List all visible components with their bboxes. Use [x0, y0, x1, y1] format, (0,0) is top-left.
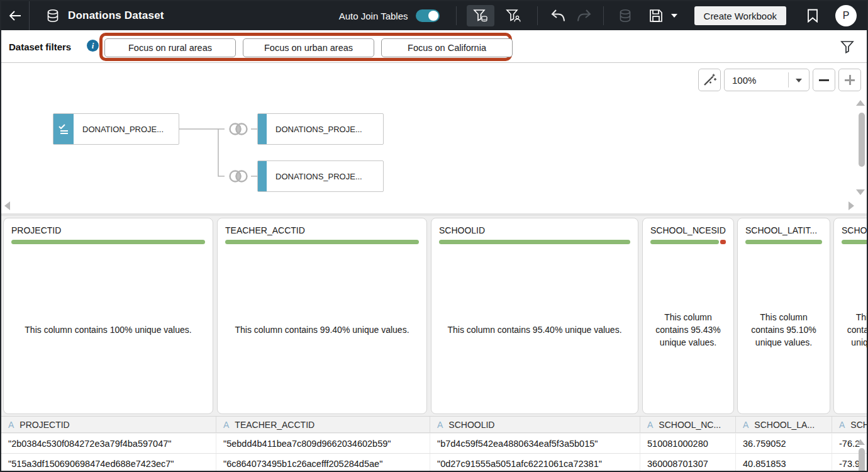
dataset-filter-bar: Dataset filters i Focus on rural areas F… — [1, 30, 867, 63]
scroll-up-arrow[interactable] — [856, 439, 865, 445]
quality-card-projectid[interactable]: PROJECTID This column contains 100% uniq… — [3, 218, 213, 414]
table-node-donations-projects-2[interactable]: DONATIONS_PROJE... — [257, 160, 384, 192]
table-header-row: APROJECTID ATEACHER_ACCTID ASCHOOLID ASC… — [1, 416, 867, 433]
cell: "b7d4c59f542ea4880634eaf5f3a5b015" — [430, 434, 640, 453]
quality-card-school-latitude[interactable]: SCHOOL_LATIT... This column contains 95.… — [737, 218, 830, 414]
header-divider — [537, 6, 538, 25]
table-node-label: DONATIONS_PROJE... — [275, 172, 362, 181]
table-row: "515a3df150690698474ed688e7423ec7" "6c86… — [1, 454, 867, 472]
join-venn-icon[interactable] — [225, 120, 252, 138]
save-button[interactable] — [648, 8, 664, 23]
minus-icon — [819, 79, 829, 81]
cell: "6c864073495b1c26acefff205284d5ae" — [216, 454, 430, 472]
quality-card-schoolid[interactable]: SCHOOLID This column contains 95.40% uni… — [431, 218, 638, 414]
cell: "5ebdd4b411bea7c809d9662034602b59" — [216, 434, 430, 453]
cell: "0d27c91555a5051afc6221061ca72381" — [430, 454, 640, 472]
quality-bar — [11, 240, 205, 244]
table-node-accent — [53, 114, 74, 144]
filter-icon[interactable] — [840, 40, 854, 53]
text-type-icon: A — [647, 420, 653, 430]
filter-chip-rural[interactable]: Focus on rural areas — [104, 38, 236, 57]
data-view-button[interactable] — [616, 9, 634, 23]
table-node-donations-projects-1[interactable]: DONATIONS_PROJE... — [257, 113, 384, 145]
quality-text: This column contains 99.40% unique value… — [223, 323, 421, 336]
quality-card-title: SCHOOL_NCESID — [650, 225, 726, 235]
quality-bar — [650, 240, 726, 244]
text-type-icon: A — [743, 420, 748, 430]
scroll-up-arrow[interactable] — [856, 100, 865, 106]
quality-text: This column contains 95.43% unique value… — [648, 310, 728, 349]
save-menu-caret[interactable] — [668, 13, 681, 18]
plus-icon — [845, 75, 855, 85]
column-header-school-ncesid[interactable]: ASCHOOL_NC... — [640, 417, 735, 432]
column-header-schoolid[interactable]: ASCHOOLID — [430, 417, 640, 432]
cell: 36.759052 — [735, 434, 832, 453]
quality-card-title: TEACHER_ACCTID — [225, 225, 419, 235]
create-workbook-button[interactable]: Create Workbook — [694, 6, 786, 25]
join-venn-icon[interactable] — [225, 167, 252, 186]
table-node-donation-projects[interactable]: DONATION_PROJE... — [53, 113, 179, 145]
dataset-icon — [46, 9, 60, 23]
text-type-icon: A — [223, 420, 229, 430]
dataset-filters-button[interactable] — [467, 5, 494, 26]
table-body: "2b0384c530f084272e3a79f4ba597047" "5ebd… — [1, 434, 867, 471]
checklist-icon — [57, 123, 70, 135]
app-window: Donations Dataset Auto Join Tables Creat… — [0, 0, 868, 472]
zoom-toolbar: 100% — [698, 69, 861, 91]
column-header-school-longitude[interactable]: ASCHOOL_LO... — [832, 417, 868, 432]
cell: "2b0384c530f084272e3a79f4ba597047" — [1, 434, 216, 453]
cell: 40.851853 — [735, 454, 832, 472]
auto-join-toggle[interactable] — [416, 9, 440, 22]
text-type-icon: A — [437, 420, 443, 430]
back-button[interactable] — [1, 1, 29, 30]
zoom-out-button[interactable] — [813, 69, 835, 91]
quality-card-title: SCHOOLID — [439, 225, 630, 235]
dataset-filters-label: Dataset filters — [9, 42, 71, 52]
quality-text: This column contains 95.40% unique value… — [437, 323, 633, 336]
quality-text: This column contains 100% unique values. — [9, 323, 208, 336]
column-header-teacher-acctid[interactable]: ATEACHER_ACCTID — [216, 417, 430, 432]
auto-layout-wand-button[interactable] — [698, 69, 721, 91]
bookmark-icon[interactable] — [805, 9, 820, 23]
quality-card-teacher-acctid[interactable]: TEACHER_ACCTID This column contains 99.4… — [217, 218, 427, 414]
quality-bar — [745, 240, 822, 244]
column-header-projectid[interactable]: APROJECTID — [1, 417, 216, 432]
zoom-level-select[interactable]: 100% — [724, 69, 810, 91]
vertical-scrollbar-thumb[interactable] — [859, 113, 865, 167]
quality-card-school-longitude[interactable]: SCHOOL_LONGIT... This column contains 95… — [833, 218, 868, 414]
avatar[interactable]: P — [835, 5, 857, 26]
scroll-right-arrow[interactable] — [849, 201, 854, 210]
scroll-down-arrow[interactable] — [856, 189, 865, 195]
table-node-label: DONATION_PROJE... — [82, 125, 164, 134]
table-node-label: DONATIONS_PROJE... — [275, 125, 362, 134]
undo-button[interactable] — [549, 9, 567, 22]
filter-chip-urban[interactable]: Focus on urban areas — [243, 38, 374, 57]
quality-text: This column contains 95.10% unique value… — [839, 310, 868, 349]
zoom-in-button[interactable] — [838, 69, 861, 91]
workbook-filters-button[interactable] — [499, 5, 527, 26]
text-type-icon: A — [839, 420, 845, 430]
column-header-school-latitude[interactable]: ASCHOOL_LA... — [735, 417, 832, 432]
auto-join-label: Auto Join Tables — [339, 11, 408, 21]
header-divider — [29, 1, 30, 30]
text-type-icon: A — [8, 420, 14, 430]
quality-bar — [842, 240, 868, 244]
filter-chip-california[interactable]: Focus on California — [381, 38, 513, 57]
zoom-level-value: 100% — [725, 75, 756, 86]
info-icon[interactable]: i — [87, 40, 99, 52]
quality-card-title: SCHOOL_LONGIT... — [842, 225, 868, 235]
quality-card-title: SCHOOL_LATIT... — [745, 225, 822, 235]
redo-button[interactable] — [576, 9, 593, 22]
table-node-accent — [258, 161, 267, 191]
vertical-scrollbar-thumb[interactable] — [859, 448, 865, 471]
quality-text: This column contains 95.10% unique value… — [743, 310, 825, 349]
zoom-caret-icon — [796, 79, 802, 82]
quality-card-title: PROJECTID — [11, 225, 205, 235]
cell: 510081000280 — [640, 434, 735, 453]
scroll-left-arrow[interactable] — [4, 201, 10, 210]
quality-card-school-ncesid[interactable]: SCHOOL_NCESID This column contains 95.43… — [642, 218, 734, 414]
quality-bar — [225, 240, 419, 244]
header-divider — [603, 6, 604, 25]
join-diagram-canvas[interactable]: 100% DONATION_PROJE... DONATIONS_PROJE..… — [1, 64, 867, 213]
header-bar: Donations Dataset Auto Join Tables Creat… — [1, 1, 867, 30]
